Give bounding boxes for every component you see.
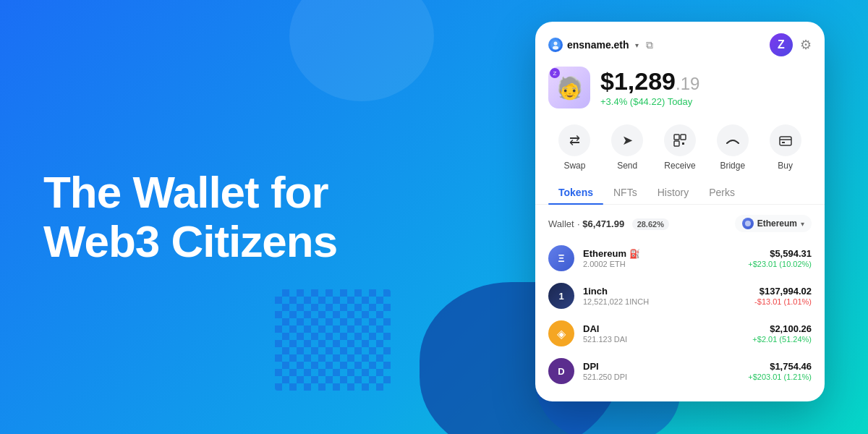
send-button[interactable]: ➤ Send bbox=[611, 124, 643, 171]
token-amount-1inch: 12,521,022 1INCH bbox=[583, 297, 746, 306]
balance-section: Z 🧓 $1,289.19 +3.4% ($44.22) Today bbox=[535, 64, 825, 119]
token-usd-eth: $5,594.31 bbox=[748, 248, 812, 259]
eth-chain-icon bbox=[742, 218, 754, 229]
wallet-summary: Wallet · $6,471.99 28.62% Ethereum ▾ bbox=[535, 212, 825, 239]
token-amount-eth: 2.0002 ETH bbox=[583, 260, 739, 268]
svg-point-1 bbox=[554, 42, 558, 46]
action-buttons: ⇄ Swap ➤ Send Receive Bridge Buy bbox=[535, 119, 825, 181]
wallet-percentage: 28.62% bbox=[632, 218, 669, 230]
token-info-eth: Ethereum ⛽ 2.0002 ETH bbox=[583, 248, 739, 268]
receive-icon bbox=[664, 124, 696, 156]
header-right: Z ⚙ bbox=[770, 33, 812, 56]
token-info-dai: DAI 521.123 DAI bbox=[583, 323, 744, 344]
token-amount-dai: 521.123 DAI bbox=[583, 335, 744, 344]
token-row-eth[interactable]: Ξ Ethereum ⛽ 2.0002 ETH $5,594.31 +$23.0… bbox=[545, 239, 814, 277]
balance-cents: .19 bbox=[676, 74, 699, 93]
hero-title: The Wallet for Web3 Citizens bbox=[43, 168, 337, 266]
svg-rect-5 bbox=[674, 141, 679, 146]
token-icon-1inch: 1 bbox=[548, 283, 574, 309]
buy-icon bbox=[770, 124, 801, 156]
token-icon-dai: ◈ bbox=[548, 320, 574, 346]
token-row-1inch[interactable]: 1 1inch 12,521,022 1INCH $137,994.02 -$1… bbox=[545, 277, 814, 315]
wallet-summary-left: Wallet · $6,471.99 28.62% bbox=[548, 217, 669, 230]
wallet-label: Wallet bbox=[548, 218, 574, 229]
svg-rect-7 bbox=[780, 137, 791, 145]
chain-selector[interactable]: Ethereum ▾ bbox=[735, 215, 812, 232]
token-name-1inch: 1inch bbox=[583, 286, 746, 297]
token-usd-dai: $2,100.26 bbox=[752, 323, 812, 334]
token-row-dai[interactable]: ◈ DAI 521.123 DAI $2,100.26 +$2.01 (51.2… bbox=[545, 315, 814, 352]
token-info-dpi: DPI 521.250 DPI bbox=[583, 361, 739, 381]
token-name-dpi: DPI bbox=[583, 361, 739, 372]
bridge-button[interactable]: Bridge bbox=[717, 124, 749, 171]
token-list: Ξ Ethereum ⛽ 2.0002 ETH $5,594.31 +$23.0… bbox=[535, 239, 825, 390]
token-icon-eth: Ξ bbox=[548, 245, 574, 271]
token-icon-dpi: D bbox=[548, 358, 574, 384]
token-change-dai: +$2.01 (51.24%) bbox=[752, 335, 812, 344]
account-name: ensname.eth bbox=[567, 39, 629, 51]
chain-dropdown-icon: ▾ bbox=[801, 220, 804, 228]
svg-rect-8 bbox=[782, 142, 785, 143]
tab-tokens[interactable]: Tokens bbox=[548, 181, 603, 204]
account-info[interactable]: ensname.eth ▾ ⧉ bbox=[548, 38, 653, 52]
svg-rect-3 bbox=[674, 135, 679, 140]
token-usd-dpi: $1,754.46 bbox=[748, 361, 812, 372]
token-values-1inch: $137,994.02 -$13.01 (1.01%) bbox=[754, 286, 812, 306]
card-header: ensname.eth ▾ ⧉ Z ⚙ bbox=[535, 22, 825, 64]
zapper-logo[interactable]: Z bbox=[770, 33, 793, 56]
balance-main: $1,289.19 bbox=[600, 69, 812, 93]
token-usd-1inch: $137,994.02 bbox=[754, 286, 812, 297]
token-name-eth: Ethereum ⛽ bbox=[583, 248, 739, 259]
balance-info: $1,289.19 +3.4% ($44.22) Today bbox=[600, 69, 812, 107]
svg-rect-4 bbox=[681, 135, 686, 140]
token-change-dpi: +$203.01 (1.21%) bbox=[748, 373, 812, 381]
tab-perks[interactable]: Perks bbox=[699, 181, 745, 204]
buy-button[interactable]: Buy bbox=[770, 124, 801, 171]
chain-name: Ethereum bbox=[757, 218, 797, 229]
svg-point-2 bbox=[553, 46, 558, 50]
token-change-eth: +$23.01 (10.02%) bbox=[748, 260, 812, 268]
token-change-1inch: -$13.01 (1.01%) bbox=[754, 297, 812, 306]
avatar-badge: Z bbox=[550, 68, 560, 78]
token-values-eth: $5,594.31 +$23.01 (10.02%) bbox=[748, 248, 812, 268]
account-icon bbox=[548, 38, 563, 52]
send-icon: ➤ bbox=[611, 124, 643, 156]
settings-icon[interactable]: ⚙ bbox=[800, 37, 812, 53]
token-name-dai: DAI bbox=[583, 323, 744, 334]
dropdown-arrow-icon: ▾ bbox=[635, 41, 639, 49]
swap-button[interactable]: ⇄ Swap bbox=[558, 124, 590, 171]
receive-button[interactable]: Receive bbox=[664, 124, 696, 171]
hero-section: The Wallet for Web3 Citizens bbox=[43, 168, 337, 266]
wallet-card: ensname.eth ▾ ⧉ Z ⚙ Z 🧓 $1,289.19 +3.4% … bbox=[535, 22, 825, 401]
avatar: Z 🧓 bbox=[548, 67, 590, 109]
token-row-dpi[interactable]: D DPI 521.250 DPI $1,754.46 +$203.01 (1.… bbox=[545, 352, 814, 390]
balance-change: +3.4% ($44.22) Today bbox=[600, 96, 812, 107]
token-info-1inch: 1inch 12,521,022 1INCH bbox=[583, 286, 746, 306]
token-amount-dpi: 521.250 DPI bbox=[583, 373, 739, 381]
tab-nfts[interactable]: NFTs bbox=[603, 181, 647, 204]
svg-rect-6 bbox=[682, 142, 684, 145]
gas-icon: ⛽ bbox=[629, 249, 640, 259]
swap-icon: ⇄ bbox=[558, 124, 590, 156]
token-values-dpi: $1,754.46 +$203.01 (1.21%) bbox=[748, 361, 812, 381]
token-values-dai: $2,100.26 +$2.01 (51.24%) bbox=[752, 323, 812, 344]
wallet-total-amount: $6,471.99 bbox=[582, 218, 624, 229]
tab-bar: Tokens NFTs History Perks bbox=[535, 181, 825, 205]
copy-icon[interactable]: ⧉ bbox=[646, 39, 653, 51]
tab-history[interactable]: History bbox=[647, 181, 699, 204]
bridge-icon bbox=[717, 124, 749, 156]
